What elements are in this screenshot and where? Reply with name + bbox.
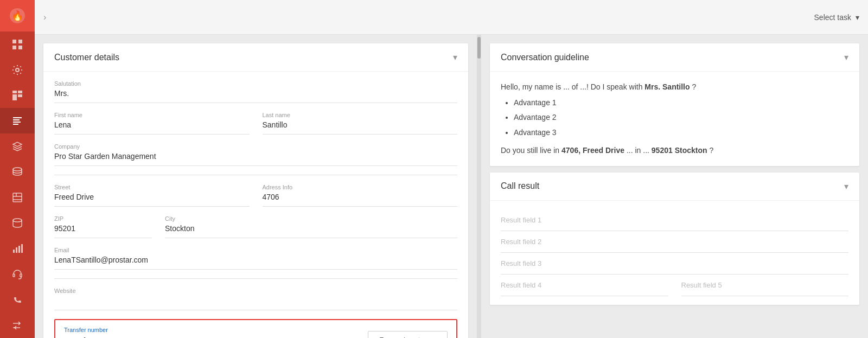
website-value <box>54 296 457 310</box>
sidebar-item-headset[interactable] <box>0 262 35 287</box>
last-name-value: Santillo <box>263 120 458 135</box>
select-task-label: Select task <box>814 13 851 22</box>
guideline-intro-text: Hello, my name is ... of ...! Do I speak… <box>501 82 644 91</box>
street-value: Freed Drive <box>54 193 250 207</box>
customer-details-body: Salutation Mrs. First name Lena Last nam… <box>43 72 468 338</box>
svg-rect-12 <box>13 119 20 120</box>
svg-rect-16 <box>13 193 22 202</box>
guideline-customer-name: Mrs. Santillo <box>644 82 690 91</box>
right-panel: Conversation guideline ▾ Hello, my name … <box>481 35 868 338</box>
salutation-label: Salutation <box>54 80 457 87</box>
company-label: Company <box>54 143 457 150</box>
scroll-thumb[interactable] <box>477 37 481 59</box>
sidebar-item-dashboard[interactable] <box>0 82 35 108</box>
customer-details-header: Customer details ▾ <box>43 43 468 72</box>
transfer-section: Transfer number Transfer A Transfer B Tr… <box>54 319 457 338</box>
topbar-left: › <box>43 12 46 22</box>
left-panel: Customer details ▾ Salutation Mrs. First… <box>35 35 477 338</box>
sidebar-item-settings[interactable] <box>0 57 35 82</box>
call-result-card: Call result ▾ Result field 1 Result fiel… <box>490 173 859 305</box>
topbar: › Select task ▾ <box>35 0 868 35</box>
svg-rect-13 <box>13 122 21 123</box>
call-result-title: Call result <box>501 181 539 191</box>
svg-rect-11 <box>13 117 22 118</box>
city-label: City <box>165 215 457 222</box>
email-field: Email LenaTSantillo@prostar.com <box>54 247 457 270</box>
website-label: Website <box>54 288 457 294</box>
first-name-col: First name Lena <box>54 112 250 135</box>
name-row: First name Lena Last name Santillo <box>54 112 457 135</box>
email-label: Email <box>54 247 457 253</box>
email-value: LenaTSantillo@prostar.com <box>54 256 457 270</box>
address-end: ? <box>707 146 714 155</box>
logo-icon: 🔥 <box>9 7 26 24</box>
transfer-select-group: Transfer number Transfer A Transfer B Tr… <box>64 327 359 338</box>
result-field-2-placeholder: Result field 2 <box>501 238 541 246</box>
collapse-customer-icon[interactable]: ▾ <box>453 52 457 62</box>
sidebar-logo: 🔥 <box>0 0 35 31</box>
result-fields: Result field 1 Result field 2 Result fie… <box>490 201 859 305</box>
sidebar-item-db2[interactable] <box>0 185 35 211</box>
content-area: Customer details ▾ Salutation Mrs. First… <box>35 35 868 338</box>
sidebar-item-chart[interactable] <box>0 236 35 262</box>
address-info-label: Adress Info <box>263 184 458 190</box>
city-col: City Stockton <box>165 215 457 238</box>
zip-col: ZIP 95201 <box>54 215 152 238</box>
svg-rect-8 <box>18 91 22 93</box>
transfer-select[interactable]: Transfer A Transfer B Transfer C <box>64 336 355 339</box>
result-field-3: Result field 3 <box>501 253 848 275</box>
svg-rect-23 <box>18 246 20 253</box>
collapse-guideline-icon[interactable]: ▾ <box>844 52 848 62</box>
customer-details-card: Customer details ▾ Salutation Mrs. First… <box>43 43 468 338</box>
conversation-guideline-card: Conversation guideline ▾ Hello, my name … <box>490 43 859 166</box>
forward-customer-button[interactable]: Forward customer <box>368 331 448 338</box>
svg-rect-10 <box>18 94 22 97</box>
guideline-intro-end: ? <box>690 82 697 91</box>
guideline-header: Conversation guideline ▾ <box>490 43 859 72</box>
address-info-value: 4706 <box>263 193 458 207</box>
expand-icon[interactable]: › <box>43 12 46 22</box>
collapse-call-result-icon[interactable]: ▾ <box>844 181 848 192</box>
zip-city-row: ZIP 95201 City Stockton <box>54 215 457 238</box>
salutation-value: Mrs. <box>54 89 457 103</box>
sidebar: 🔥 <box>0 0 35 338</box>
svg-rect-22 <box>16 247 17 253</box>
transfer-number-label: Transfer number <box>64 327 359 333</box>
result-field-4: Result field 4 <box>501 275 668 296</box>
result-field-2: Result field 2 <box>501 231 848 253</box>
svg-rect-9 <box>12 94 17 100</box>
sidebar-item-db1[interactable] <box>0 159 35 184</box>
guideline-body: Hello, my name is ... of ...! Do I speak… <box>490 72 859 166</box>
city-value: Stockton <box>165 224 457 238</box>
svg-point-15 <box>13 168 22 171</box>
guideline-address-question: Do you still live in 4706, Freed Drive .… <box>501 144 848 157</box>
guideline-title: Conversation guideline <box>501 53 589 62</box>
sidebar-item-layers[interactable] <box>0 133 35 159</box>
street-col: Street Freed Drive <box>54 184 250 207</box>
sidebar-item-tasks[interactable] <box>0 108 35 133</box>
zip-label: ZIP <box>54 215 152 222</box>
svg-rect-5 <box>18 46 22 49</box>
last-name-label: Last name <box>263 112 458 118</box>
select-task-dropdown[interactable]: Select task ▾ <box>814 13 859 22</box>
first-name-label: First name <box>54 112 250 118</box>
address-bold: 4706, Freed Drive <box>561 146 624 155</box>
sidebar-item-db3[interactable] <box>0 211 35 236</box>
transfer-dropdown-icon[interactable]: ▾ <box>355 335 359 338</box>
call-result-header: Call result ▾ <box>490 173 859 201</box>
zip-value: 95201 <box>54 224 152 238</box>
scroll-indicator <box>477 35 481 338</box>
sidebar-item-phone[interactable] <box>0 287 35 313</box>
sidebar-item-grid[interactable] <box>0 31 35 57</box>
address-q-start: Do you still live in <box>501 146 561 155</box>
svg-rect-26 <box>20 274 22 277</box>
svg-rect-25 <box>13 274 15 277</box>
result-field-4-placeholder: Result field 4 <box>501 281 541 289</box>
result-row-45: Result field 4 Result field 5 <box>501 275 848 296</box>
company-field: Company Pro Star Garden Management <box>54 143 457 166</box>
svg-rect-21 <box>13 250 15 253</box>
svg-point-20 <box>13 219 22 222</box>
svg-rect-24 <box>21 244 23 253</box>
advantage-2: Advantage 2 <box>514 111 848 124</box>
sidebar-item-transfer[interactable] <box>0 313 35 338</box>
